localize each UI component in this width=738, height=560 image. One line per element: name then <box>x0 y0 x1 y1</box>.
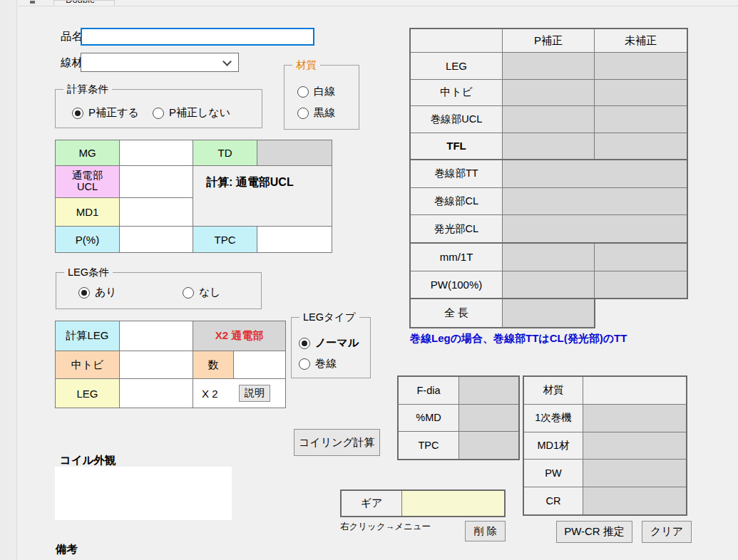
radio-leg-nashi-label: なし <box>199 286 221 299</box>
result-header-p: P補正 <box>503 29 594 52</box>
delete-button[interactable]: 削 除 <box>465 521 506 541</box>
radio-p-correct-yes[interactable]: P補正する <box>72 106 139 120</box>
gear-table: ギア <box>340 489 506 517</box>
calc-leg-input[interactable] <box>119 321 193 351</box>
radio-p-correct-no-label: P補正しない <box>169 106 230 120</box>
gear-input[interactable] <box>402 491 504 516</box>
gear-label: ギア <box>342 491 401 516</box>
radio-leg-winding[interactable]: 巻線 <box>299 357 337 370</box>
remarks-label: 備考 <box>56 542 78 557</box>
group-leg-condition: LEG条件 あり なし <box>56 272 262 309</box>
group-calc-condition: 計算条件 P補正する P補正しない <box>55 89 262 128</box>
group-leg-type: LEGタイプ ノーマル 巻線 <box>291 317 371 378</box>
param-row-label: %MD <box>399 405 458 432</box>
radio-leg-winding-label: 巻線 <box>315 357 337 370</box>
count-input[interactable] <box>233 351 286 379</box>
wire-material-select[interactable] <box>81 53 239 72</box>
tpc-input[interactable] <box>257 226 332 253</box>
gear-hint: 右クリック→メニュー <box>340 521 431 533</box>
radio-dot-icon <box>183 287 194 299</box>
group-material: 材質 白線 黒線 <box>284 65 359 130</box>
radio-leg-normal-label: ノーマル <box>315 336 359 350</box>
radio-p-correct-yes-label: P補正する <box>88 106 139 120</box>
spec-cell <box>583 432 686 460</box>
radio-leg-ari-label: あり <box>95 286 117 299</box>
md1-input[interactable] <box>119 197 193 227</box>
radio-leg-nashi[interactable]: なし <box>183 286 221 299</box>
radio-white-wire[interactable]: 白線 <box>297 85 335 98</box>
result-cell <box>503 299 594 327</box>
result-cell <box>503 244 594 271</box>
param-cell <box>459 377 518 404</box>
result-cell <box>595 53 687 79</box>
pw-cr-estimate-button[interactable]: PW-CR 推定 <box>556 521 632 543</box>
tpc-label: TPC <box>193 226 257 253</box>
result-cell <box>503 215 687 242</box>
result-cell <box>503 160 687 187</box>
spec-cell <box>583 460 686 487</box>
param-row-label: TPC <box>399 432 458 459</box>
chevron-down-icon <box>222 57 232 66</box>
product-name-label: 品名 <box>61 29 83 44</box>
leg-input[interactable] <box>119 378 193 408</box>
result-table-total-row: 全 長 <box>409 299 595 328</box>
result-cell <box>595 106 687 133</box>
spec-table: 材質 1次巻機 MD1材 PW CR <box>523 375 687 516</box>
explain-button[interactable]: 説明 <box>239 385 270 402</box>
spec-row-label: PW <box>524 460 583 487</box>
result-row-label: PW(100%) <box>411 271 502 299</box>
group-calc-condition-title: 計算条件 <box>63 83 112 96</box>
result-cell <box>595 244 687 271</box>
radio-leg-ari[interactable]: あり <box>78 286 117 299</box>
result-row-label: 発光部CL <box>411 215 502 242</box>
naka-tobi-input[interactable] <box>119 351 193 379</box>
result-row-label: 巻線部CL <box>411 188 502 215</box>
td-label: TD <box>193 140 257 166</box>
spec-row-label: 材質 <box>524 377 583 404</box>
radio-dot-icon <box>297 108 309 119</box>
param-cell <box>459 432 518 459</box>
result-row-label: LEG <box>411 53 502 79</box>
radio-black-wire[interactable]: 黒線 <box>297 106 335 120</box>
result-row-label: 巻線部TT <box>411 160 502 187</box>
result-table-top: P補正 未補正 LEG 中トビ 巻線部UCL TFL <box>409 28 688 160</box>
result-cell <box>503 133 594 160</box>
result-row-label: mm/1T <box>411 244 502 271</box>
spec-row-label: CR <box>524 487 583 514</box>
tab-double[interactable]: Double <box>53 0 115 6</box>
param-table: F-dia %MD TPC <box>397 375 520 460</box>
result-table-mid: 巻線部TT 巻線部CL 発光部CL <box>409 160 688 244</box>
tsudenbu-ucl-label: 通電部 UCL <box>55 165 120 198</box>
product-name-input[interactable] <box>81 28 314 46</box>
result-cell <box>595 80 687 106</box>
p-percent-input[interactable] <box>119 226 193 253</box>
radio-white-wire-label: 白線 <box>314 85 335 98</box>
radio-dot-icon <box>72 108 83 119</box>
tab-double-label: Double <box>66 0 95 5</box>
winding-leg-note: 巻線Legの場合、巻線部TTはCL(発光部)のTT <box>410 332 627 346</box>
radio-dot-icon <box>78 287 90 299</box>
calc-leg-label: 計算LEG <box>55 321 120 351</box>
spec-row-label: MD1材 <box>524 432 583 460</box>
result-cell <box>595 271 687 299</box>
group-leg-condition-title: LEG条件 <box>64 266 113 279</box>
radio-dot-icon <box>299 358 310 370</box>
radio-p-correct-no[interactable]: P補正しない <box>153 106 230 120</box>
tab-strip-line <box>18 6 738 6</box>
tab-scroll-fragment <box>30 1 35 4</box>
clear-button[interactable]: クリア <box>642 521 692 543</box>
param-cell <box>459 405 518 432</box>
group-material-title: 材質 <box>292 58 320 72</box>
coiling-calc-button[interactable]: コイリング計算 <box>294 429 380 456</box>
radio-leg-normal[interactable]: ノーマル <box>299 336 359 350</box>
leg-label: LEG <box>55 378 120 408</box>
result-row-label: 全 長 <box>411 299 502 327</box>
result-table-bottom: mm/1T PW(100%) <box>409 244 688 299</box>
md1-label: MD1 <box>55 197 120 227</box>
tsudenbu-ucl-input[interactable] <box>119 165 193 198</box>
param-row-label: F-dia <box>399 377 458 404</box>
result-cell <box>503 188 687 215</box>
coil-view-label: コイル外観 <box>60 453 116 468</box>
mg-input[interactable] <box>119 140 193 166</box>
radio-dot-icon <box>299 338 310 349</box>
